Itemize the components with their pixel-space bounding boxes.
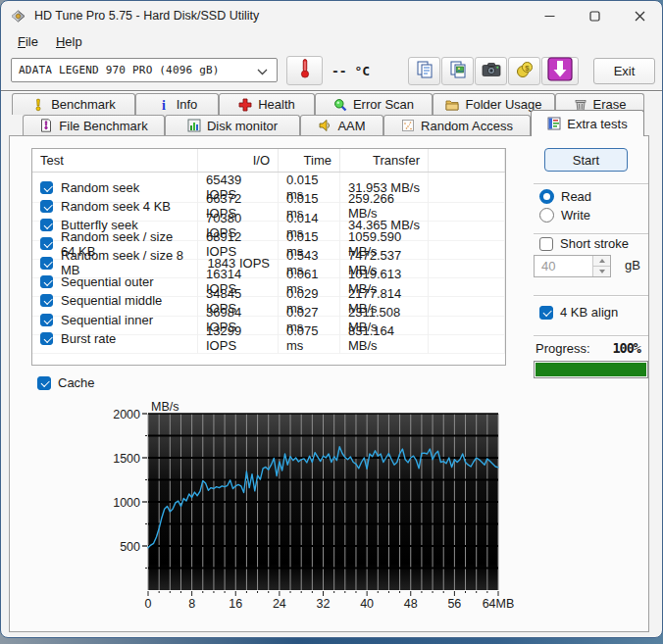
svg-text:1000: 1000	[113, 496, 140, 510]
separator	[534, 295, 648, 296]
svg-text:48: 48	[404, 597, 418, 611]
progress-bar-fill	[536, 363, 646, 376]
transfer-value: 831.164 MB/s	[340, 323, 429, 354]
stepper-down-icon[interactable]	[593, 266, 610, 276]
disk-monitor-icon	[187, 119, 201, 132]
file-benchmark-icon	[39, 119, 53, 132]
maximize-icon[interactable]	[572, 1, 617, 30]
exit-button[interactable]: Exit	[593, 58, 655, 84]
cache-chart: 5001000150020000816243240485664MBMB/s	[102, 401, 534, 613]
save-results-icon	[547, 57, 573, 85]
error-scan-icon	[333, 98, 347, 112]
row-checkbox[interactable]	[40, 275, 53, 288]
app-window: HD Tune Pro 5.75 - Hard Disk/SSD Utility…	[0, 0, 663, 638]
row-checkbox[interactable]	[40, 314, 53, 326]
short-stroke-unit: gB	[625, 258, 640, 272]
short-stroke-checkbox[interactable]	[539, 237, 553, 251]
table-row: Butterfly seek70380 IOPS0.014 ms34.365 M…	[32, 211, 505, 229]
row-checkbox[interactable]	[40, 181, 53, 194]
tab-file-benchmark[interactable]: File Benchmark	[23, 115, 165, 135]
svg-text:56: 56	[447, 597, 461, 611]
window-controls	[527, 1, 662, 30]
svg-text:500: 500	[120, 540, 140, 554]
screenshot-button[interactable]	[475, 57, 507, 85]
temperature-value: -- °C	[332, 64, 370, 78]
tab-aam[interactable]: AAM	[300, 115, 383, 135]
copy-report-button[interactable]	[408, 57, 440, 85]
tab-disk-monitor[interactable]: Disk monitor	[165, 115, 300, 135]
register-icon: $	[515, 60, 535, 83]
short-stroke-size-value: 40	[535, 256, 592, 276]
column-test: Test	[32, 149, 198, 172]
temperature-button[interactable]	[286, 56, 323, 85]
tab-health[interactable]: Health	[219, 93, 315, 115]
row-checkbox[interactable]	[40, 219, 53, 231]
copy-report-icon	[415, 60, 434, 83]
thermometer-icon	[297, 58, 313, 83]
info-icon: i	[157, 98, 171, 112]
svg-text:24: 24	[273, 597, 286, 611]
tab-benchmark[interactable]: Benchmark	[12, 93, 135, 115]
window-title: HD Tune Pro 5.75 - Hard Disk/SSD Utility	[34, 9, 259, 23]
tab-strip: BenchmarkiInfoHealthError ScanFolder Usa…	[9, 93, 649, 136]
separator	[534, 183, 648, 184]
results-table: Test I/O Time Transfer Random seek65439 …	[31, 148, 506, 366]
table-row: Random seek / size 64 KB68912 IOPS0.015 …	[32, 229, 505, 248]
table-row: Sequential outer16314 IOPS0.061 ms1019.6…	[32, 267, 505, 285]
read-option[interactable]: Read	[539, 189, 591, 204]
tab-info[interactable]: iInfo	[135, 93, 219, 115]
write-radio[interactable]	[539, 208, 554, 223]
close-icon[interactable]	[617, 1, 662, 30]
chevron-down-icon	[257, 62, 268, 79]
column-io: I/O	[198, 149, 279, 172]
io-value: 13299 IOPS	[198, 323, 279, 354]
read-radio[interactable]	[539, 189, 554, 204]
short-stroke-size-stepper[interactable]: 40	[534, 255, 611, 277]
random-access-icon	[401, 119, 415, 132]
svg-text:0: 0	[145, 597, 152, 611]
menu-help[interactable]: Help	[47, 32, 91, 51]
tab-random-access[interactable]: Random Access	[383, 115, 531, 135]
folder-usage-icon	[445, 98, 459, 112]
cache-checkbox[interactable]	[37, 376, 51, 390]
align-option[interactable]: 4 KB align	[539, 305, 618, 320]
drive-select[interactable]: ADATA LEGEND 970 PRO (4096 gB)	[11, 58, 278, 82]
time-value: 0.075 ms	[279, 323, 340, 354]
row-checkbox[interactable]	[40, 200, 53, 213]
table-row: Random seek 4 KB66372 IOPS0.015 ms259.26…	[32, 191, 505, 210]
title-bar: HD Tune Pro 5.75 - Hard Disk/SSD Utility	[1, 1, 662, 30]
menu-bar: FileHelp	[1, 30, 662, 52]
aam-icon	[318, 119, 332, 132]
drive-select-value: ADATA LEGEND 970 PRO (4096 gB)	[12, 64, 220, 76]
row-checkbox[interactable]	[40, 237, 53, 250]
extra-tests-icon	[547, 117, 561, 130]
svg-text:i: i	[162, 98, 166, 112]
minimize-icon[interactable]	[527, 1, 572, 30]
register-button[interactable]: $	[508, 57, 540, 85]
column-transfer: Transfer	[340, 149, 429, 172]
save-results-button[interactable]	[541, 57, 579, 85]
test-name: Burst rate	[61, 331, 116, 346]
row-checkbox[interactable]	[40, 294, 53, 307]
table-body: Random seek65439 IOPS0.015 ms31.953 MB/s…	[32, 173, 505, 343]
table-header: Test I/O Time Transfer	[32, 149, 505, 173]
menu-file[interactable]: File	[9, 32, 47, 51]
start-button[interactable]: Start	[544, 148, 628, 172]
write-option[interactable]: Write	[539, 208, 590, 223]
row-checkbox[interactable]	[40, 332, 53, 345]
svg-text:8: 8	[188, 597, 195, 611]
short-stroke-option[interactable]: Short stroke	[539, 236, 629, 251]
copy-image-button[interactable]	[441, 57, 474, 85]
tab-error-scan[interactable]: Error Scan	[315, 93, 433, 115]
copy-image-icon	[448, 60, 468, 83]
row-checkbox[interactable]	[40, 257, 53, 270]
svg-text:MB/s: MB/s	[151, 401, 178, 414]
align-checkbox[interactable]	[539, 306, 553, 320]
table-row: Burst rate13299 IOPS0.075 ms831.164 MB/s	[32, 323, 505, 342]
svg-text:32: 32	[317, 597, 331, 611]
tab-extra-tests[interactable]: Extra tests	[531, 110, 644, 136]
cache-option[interactable]: Cache	[37, 375, 95, 390]
table-row: Sequential inner36984 IOPS0.027 ms2311.5…	[32, 305, 505, 323]
separator	[534, 335, 648, 336]
stepper-up-icon[interactable]	[593, 256, 610, 266]
